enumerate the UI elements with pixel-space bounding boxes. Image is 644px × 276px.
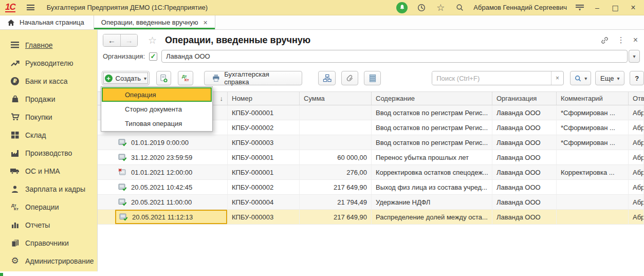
column-comment[interactable]: Комментарий <box>557 92 629 105</box>
deleted-document-icon <box>118 169 127 176</box>
forward-button[interactable]: → <box>120 34 137 46</box>
shopping-cart-icon <box>9 113 21 122</box>
global-search-button[interactable] <box>454 3 465 13</box>
hierarchy-icon <box>323 74 332 82</box>
grid-boxes-icon <box>9 131 21 140</box>
menu-lines-icon <box>9 41 21 50</box>
application-window: 1С Бухгалтерия Предприятия ДЕМО (1С:Пред… <box>0 0 644 276</box>
ruble-coin-icon: ₽ <box>9 77 21 86</box>
tab-close-icon[interactable]: × <box>204 19 208 27</box>
help-button[interactable]: ? <box>630 71 644 85</box>
history-button[interactable] <box>416 3 427 13</box>
search-clear-button[interactable]: × <box>551 71 563 85</box>
app-title: Бухгалтерия Предприятия ДЕМО (1С:Предпри… <box>47 4 208 11</box>
filter-row: Организация: ✓ ▾ <box>98 49 644 63</box>
organization-checkbox[interactable]: ✓ <box>149 52 157 61</box>
books-icon <box>9 238 21 248</box>
person-icon <box>9 185 21 194</box>
link-icon[interactable] <box>600 36 609 45</box>
tab-home-page[interactable]: Начальная страница <box>0 15 94 29</box>
notifications-button[interactable] <box>396 2 408 13</box>
sidebar: Главное Руководителю ₽ Банк и касса Прод… <box>0 30 98 271</box>
trend-chart-icon <box>9 59 21 68</box>
column-number[interactable]: Номер <box>228 92 300 105</box>
magnifier-icon <box>574 75 582 82</box>
favorites-button[interactable]: ☆ <box>435 3 446 13</box>
sidebar-item-directories[interactable]: Справочники <box>0 234 97 252</box>
sidebar-item-warehouse[interactable]: Склад <box>0 126 97 144</box>
sidebar-item-main[interactable]: Главное <box>0 36 97 54</box>
selected-cell[interactable]: 20.05.2021 11:12:13 <box>115 210 227 224</box>
sidebar-item-production[interactable]: Производство <box>0 144 97 162</box>
dt-kt-postings-button[interactable]: ДтКт <box>178 71 193 85</box>
organization-input[interactable] <box>161 50 628 63</box>
attachments-button[interactable] <box>341 71 358 85</box>
create-button[interactable]: + Создать ▾ <box>102 71 150 85</box>
stack-icon <box>369 74 376 82</box>
sidebar-item-reports[interactable]: Отчеты <box>0 216 97 234</box>
toolbar: + Создать ▾ ДтКт Бухгалтерская справка <box>98 71 644 85</box>
search-field: × <box>432 71 564 85</box>
accounting-reference-button[interactable]: Бухгалтерская справка <box>204 71 303 85</box>
printer-icon <box>212 74 220 82</box>
column-responsible[interactable]: Отве <box>629 92 644 105</box>
find-button[interactable]: ▾ <box>570 71 591 85</box>
registers-button[interactable] <box>364 71 381 85</box>
structure-button[interactable] <box>318 71 336 85</box>
posted-document-icon <box>119 213 128 221</box>
gear-icon: ⚙ <box>9 256 21 266</box>
table-row-selected[interactable]: 20.05.2021 11:12:13 КПБУ-000003 217 649,… <box>98 210 644 225</box>
maximize-button[interactable]: □ <box>611 4 620 12</box>
more-actions-icon[interactable]: ⋮ <box>617 35 625 45</box>
sidebar-item-fixed-assets[interactable]: ОС и НМА <box>0 162 97 180</box>
table-row[interactable]: 01.01.2021 12:00:00 КПБУ-000001 276,00 К… <box>98 165 644 180</box>
menu-item-storno[interactable]: Сторно документа <box>102 102 212 116</box>
menu-item-operation[interactable]: Операция <box>102 87 212 102</box>
sidebar-item-operations[interactable]: ДтКт Операции <box>0 198 97 216</box>
sidebar-item-manager[interactable]: Руководителю <box>0 54 97 72</box>
table-row[interactable]: 20.05.2021 11:00:00 КПБУ-000004 21 794,4… <box>98 195 644 210</box>
current-user[interactable]: Абрамов Геннадий Сергеевич <box>473 4 567 11</box>
tab-manual-operations[interactable]: Операции, введенные вручную × <box>94 15 215 29</box>
sidebar-item-bank-cash[interactable]: ₽ Банк и касса <box>0 72 97 90</box>
sidebar-item-salary-hr[interactable]: Зарплата и кадры <box>0 180 97 198</box>
organization-dropdown-button[interactable]: ▾ <box>629 50 640 63</box>
bar-chart-icon <box>9 220 21 230</box>
column-sum[interactable]: Сумма <box>300 92 372 105</box>
sidebar-item-administration[interactable]: ⚙ Администрирование <box>0 252 97 270</box>
table-row[interactable]: 20.05.2021 10:42:45 КПБУ-000002 217 649,… <box>98 180 644 195</box>
home-icon <box>7 19 15 26</box>
paperclip-icon <box>346 74 354 82</box>
column-org[interactable]: Организация <box>492 92 557 105</box>
tab-bar: Начальная страница Операции, введенные в… <box>0 15 644 30</box>
truck-icon <box>9 167 21 176</box>
menu-item-typical-operation[interactable]: Типовая операция <box>102 116 212 131</box>
copy-document-button[interactable] <box>156 71 172 85</box>
history-icon <box>417 3 426 12</box>
close-form-icon[interactable]: × <box>633 35 638 45</box>
more-button[interactable]: Еще ▾ <box>595 71 624 85</box>
titlebar: 1С Бухгалтерия Предприятия ДЕМО (1С:Пред… <box>0 0 644 15</box>
create-dropdown-menu: Операция Сторно документа Типовая операц… <box>101 86 213 132</box>
table-row[interactable]: 01.01.2019 0:00:00 КПБУ-000003 Ввод оста… <box>98 135 644 150</box>
service-menu-button[interactable]: ▾ <box>576 5 584 11</box>
tab-active-label: Операции, введенные вручную <box>101 19 198 26</box>
search-input[interactable] <box>432 72 551 84</box>
posted-document-icon <box>118 198 127 206</box>
sidebar-item-sales[interactable]: Продажи <box>0 90 97 108</box>
sidebar-item-purchases[interactable]: Покупки <box>0 108 97 126</box>
dt-kt-icon: ДтКт <box>9 203 21 212</box>
close-window-button[interactable]: × <box>629 3 638 12</box>
minimize-button[interactable]: – <box>593 4 602 12</box>
add-favorite-star-icon[interactable]: ☆ <box>148 34 157 46</box>
search-icon <box>455 3 464 12</box>
posted-document-icon <box>118 139 127 146</box>
column-content[interactable]: Содержание <box>372 92 492 105</box>
main-menu-icon[interactable] <box>27 5 34 10</box>
organization-label: Организация: <box>103 52 145 60</box>
factory-icon <box>9 149 21 158</box>
table-row[interactable]: 31.12.2020 23:59:59 КПБУ-000001 60 000,0… <box>98 150 644 165</box>
back-button[interactable]: ← <box>103 34 120 46</box>
page-title: Операции, введенные вручную <box>165 35 310 46</box>
copy-document-icon <box>159 74 168 83</box>
